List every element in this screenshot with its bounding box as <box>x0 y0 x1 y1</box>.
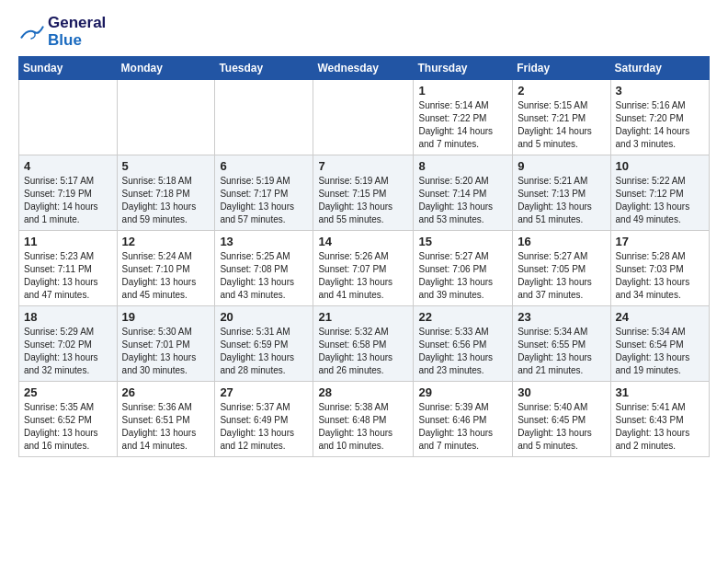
day-info: Sunrise: 5:33 AM Sunset: 6:56 PM Dayligh… <box>418 326 507 377</box>
day-number: 17 <box>616 235 704 248</box>
day-info: Sunrise: 5:18 AM Sunset: 7:18 PM Dayligh… <box>122 175 210 226</box>
day-info: Sunrise: 5:15 AM Sunset: 7:21 PM Dayligh… <box>518 99 605 151</box>
logo-icon <box>18 23 44 41</box>
day-number: 11 <box>24 235 112 248</box>
calendar-cell <box>19 80 118 155</box>
calendar-cell: 12Sunrise: 5:24 AM Sunset: 7:10 PM Dayli… <box>117 231 215 306</box>
calendar-cell: 15Sunrise: 5:27 AM Sunset: 7:06 PM Dayli… <box>414 231 513 306</box>
calendar-cell: 14Sunrise: 5:26 AM Sunset: 7:07 PM Dayli… <box>313 231 414 306</box>
logo: General Blue <box>18 15 106 49</box>
day-info: Sunrise: 5:19 AM Sunset: 7:15 PM Dayligh… <box>318 175 408 226</box>
day-info: Sunrise: 5:41 AM Sunset: 6:43 PM Dayligh… <box>616 401 704 453</box>
day-info: Sunrise: 5:27 AM Sunset: 7:05 PM Dayligh… <box>518 250 605 302</box>
calendar-cell: 29Sunrise: 5:39 AM Sunset: 6:46 PM Dayli… <box>414 382 513 457</box>
day-info: Sunrise: 5:27 AM Sunset: 7:06 PM Dayligh… <box>418 250 507 302</box>
calendar-cell: 21Sunrise: 5:32 AM Sunset: 6:58 PM Dayli… <box>313 306 414 382</box>
day-number: 7 <box>318 159 408 173</box>
calendar-cell: 6Sunrise: 5:19 AM Sunset: 7:17 PM Daylig… <box>215 155 313 231</box>
day-number: 6 <box>220 159 308 173</box>
calendar-cell <box>117 80 215 155</box>
calendar-cell: 3Sunrise: 5:16 AM Sunset: 7:20 PM Daylig… <box>610 80 709 155</box>
weekday-header-tuesday: Tuesday <box>215 57 313 80</box>
day-info: Sunrise: 5:30 AM Sunset: 7:01 PM Dayligh… <box>122 326 210 377</box>
day-number: 20 <box>220 310 308 324</box>
day-info: Sunrise: 5:39 AM Sunset: 6:46 PM Dayligh… <box>418 401 507 453</box>
calendar-cell: 1Sunrise: 5:14 AM Sunset: 7:22 PM Daylig… <box>414 80 513 155</box>
calendar-cell: 30Sunrise: 5:40 AM Sunset: 6:45 PM Dayli… <box>513 382 610 457</box>
day-number: 15 <box>418 235 507 248</box>
calendar-cell: 11Sunrise: 5:23 AM Sunset: 7:11 PM Dayli… <box>19 231 118 306</box>
day-number: 8 <box>418 159 507 173</box>
day-info: Sunrise: 5:35 AM Sunset: 6:52 PM Dayligh… <box>24 401 112 453</box>
day-info: Sunrise: 5:22 AM Sunset: 7:12 PM Dayligh… <box>616 175 704 226</box>
day-info: Sunrise: 5:34 AM Sunset: 6:54 PM Dayligh… <box>616 326 704 377</box>
calendar-cell: 9Sunrise: 5:21 AM Sunset: 7:13 PM Daylig… <box>513 155 610 231</box>
day-number: 18 <box>24 310 112 324</box>
calendar-cell: 13Sunrise: 5:25 AM Sunset: 7:08 PM Dayli… <box>215 231 313 306</box>
calendar-cell: 18Sunrise: 5:29 AM Sunset: 7:02 PM Dayli… <box>19 306 118 382</box>
day-number: 25 <box>24 385 112 399</box>
calendar-cell: 5Sunrise: 5:18 AM Sunset: 7:18 PM Daylig… <box>117 155 215 231</box>
day-number: 22 <box>418 310 507 324</box>
calendar-table: SundayMondayTuesdayWednesdayThursdayFrid… <box>18 56 710 457</box>
day-info: Sunrise: 5:36 AM Sunset: 6:51 PM Dayligh… <box>122 401 210 453</box>
day-number: 27 <box>220 385 308 399</box>
weekday-header-thursday: Thursday <box>414 57 513 80</box>
day-info: Sunrise: 5:28 AM Sunset: 7:03 PM Dayligh… <box>616 250 704 302</box>
day-number: 21 <box>318 310 408 324</box>
day-info: Sunrise: 5:14 AM Sunset: 7:22 PM Dayligh… <box>418 99 507 151</box>
day-info: Sunrise: 5:17 AM Sunset: 7:19 PM Dayligh… <box>24 175 112 226</box>
day-number: 2 <box>518 84 605 98</box>
day-number: 31 <box>616 385 704 399</box>
day-number: 12 <box>122 235 210 248</box>
calendar-cell: 23Sunrise: 5:34 AM Sunset: 6:55 PM Dayli… <box>513 306 610 382</box>
week-row-2: 4Sunrise: 5:17 AM Sunset: 7:19 PM Daylig… <box>19 155 710 231</box>
weekday-header-row: SundayMondayTuesdayWednesdayThursdayFrid… <box>19 57 710 80</box>
calendar-cell: 28Sunrise: 5:38 AM Sunset: 6:48 PM Dayli… <box>313 382 414 457</box>
day-info: Sunrise: 5:34 AM Sunset: 6:55 PM Dayligh… <box>518 326 605 377</box>
day-info: Sunrise: 5:25 AM Sunset: 7:08 PM Dayligh… <box>220 250 308 302</box>
week-row-4: 18Sunrise: 5:29 AM Sunset: 7:02 PM Dayli… <box>19 306 710 382</box>
day-info: Sunrise: 5:20 AM Sunset: 7:14 PM Dayligh… <box>418 175 507 226</box>
calendar-cell: 2Sunrise: 5:15 AM Sunset: 7:21 PM Daylig… <box>513 80 610 155</box>
day-number: 13 <box>220 235 308 248</box>
weekday-header-wednesday: Wednesday <box>313 57 414 80</box>
week-row-3: 11Sunrise: 5:23 AM Sunset: 7:11 PM Dayli… <box>19 231 710 306</box>
day-number: 16 <box>518 235 605 248</box>
calendar-cell: 7Sunrise: 5:19 AM Sunset: 7:15 PM Daylig… <box>313 155 414 231</box>
day-number: 29 <box>418 385 507 399</box>
calendar-cell: 24Sunrise: 5:34 AM Sunset: 6:54 PM Dayli… <box>610 306 709 382</box>
day-info: Sunrise: 5:40 AM Sunset: 6:45 PM Dayligh… <box>518 401 605 453</box>
calendar-cell <box>215 80 313 155</box>
calendar-cell: 17Sunrise: 5:28 AM Sunset: 7:03 PM Dayli… <box>610 231 709 306</box>
calendar-cell: 20Sunrise: 5:31 AM Sunset: 6:59 PM Dayli… <box>215 306 313 382</box>
day-number: 26 <box>122 385 210 399</box>
day-number: 28 <box>318 385 408 399</box>
day-info: Sunrise: 5:19 AM Sunset: 7:17 PM Dayligh… <box>220 175 308 226</box>
day-number: 14 <box>318 235 408 248</box>
weekday-header-monday: Monday <box>117 57 215 80</box>
day-info: Sunrise: 5:23 AM Sunset: 7:11 PM Dayligh… <box>24 250 112 302</box>
calendar-cell: 22Sunrise: 5:33 AM Sunset: 6:56 PM Dayli… <box>414 306 513 382</box>
week-row-1: 1Sunrise: 5:14 AM Sunset: 7:22 PM Daylig… <box>19 80 710 155</box>
day-info: Sunrise: 5:31 AM Sunset: 6:59 PM Dayligh… <box>220 326 308 377</box>
day-number: 10 <box>616 159 704 173</box>
day-info: Sunrise: 5:38 AM Sunset: 6:48 PM Dayligh… <box>318 401 408 453</box>
calendar-cell: 19Sunrise: 5:30 AM Sunset: 7:01 PM Dayli… <box>117 306 215 382</box>
calendar-cell: 27Sunrise: 5:37 AM Sunset: 6:49 PM Dayli… <box>215 382 313 457</box>
calendar-cell <box>313 80 414 155</box>
calendar-cell: 8Sunrise: 5:20 AM Sunset: 7:14 PM Daylig… <box>414 155 513 231</box>
calendar-cell: 31Sunrise: 5:41 AM Sunset: 6:43 PM Dayli… <box>610 382 709 457</box>
calendar-cell: 4Sunrise: 5:17 AM Sunset: 7:19 PM Daylig… <box>19 155 118 231</box>
day-info: Sunrise: 5:29 AM Sunset: 7:02 PM Dayligh… <box>24 326 112 377</box>
header: General Blue <box>18 15 710 49</box>
day-number: 3 <box>616 84 704 98</box>
day-number: 4 <box>24 159 112 173</box>
day-info: Sunrise: 5:26 AM Sunset: 7:07 PM Dayligh… <box>318 250 408 302</box>
day-number: 30 <box>518 385 605 399</box>
day-number: 19 <box>122 310 210 324</box>
logo-text: General Blue <box>48 15 106 49</box>
day-info: Sunrise: 5:24 AM Sunset: 7:10 PM Dayligh… <box>122 250 210 302</box>
day-info: Sunrise: 5:16 AM Sunset: 7:20 PM Dayligh… <box>616 99 704 151</box>
day-number: 23 <box>518 310 605 324</box>
